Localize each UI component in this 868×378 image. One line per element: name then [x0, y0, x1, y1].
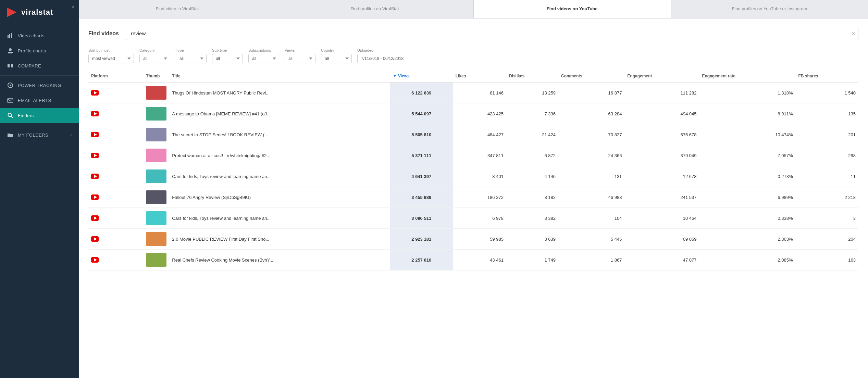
views-cell: 3 096 511: [390, 208, 453, 229]
subscriptions-label: Subscriptions: [248, 48, 279, 52]
sidebar-item-compare-label: COMPARE: [18, 63, 41, 68]
engagement-cell: 10 464: [624, 208, 699, 229]
title-cell: 2.0 Movie PUBLIC REVIEW First Day First …: [169, 229, 390, 250]
video-title: Cars for kids, Toys review and learning …: [172, 216, 387, 221]
table-row: The secret to STOP Series!!! BOOK REVIEW…: [88, 124, 858, 145]
type-select[interactable]: all: [176, 54, 207, 63]
engagement-cell: 494 045: [624, 103, 699, 124]
thumbnail: [146, 128, 166, 141]
tab-find-profiles-viralstat[interactable]: Find profiles on ViralStat: [276, 0, 473, 18]
sidebar-item-email-alerts-label: EMAIL ALERTS: [18, 98, 51, 103]
svg-rect-1: [8, 35, 9, 38]
category-filter: Category all: [139, 48, 170, 63]
platform-cell: [88, 166, 143, 187]
sort-by-filter: Sort by most most viewed most liked most…: [88, 48, 134, 63]
sidebar-item-video-charts[interactable]: Video charts: [0, 28, 79, 43]
engagement-rate-cell: 1.818%: [699, 82, 796, 103]
svg-line-12: [11, 116, 13, 118]
youtube-icon: [91, 257, 99, 263]
svg-rect-6: [8, 64, 10, 67]
likes-cell: 186 372: [453, 187, 506, 208]
engagement-rate-cell: 2.085%: [699, 250, 796, 270]
thumbnail: [146, 107, 166, 121]
subscriptions-select[interactable]: all: [248, 54, 279, 63]
engagement-cell: 241 537: [624, 187, 699, 208]
views-cell: 5 544 097: [390, 103, 453, 124]
thumbnail: [146, 253, 166, 267]
table-row: Cars for kids, Toys review and learning …: [88, 208, 858, 229]
thumb-cell: [143, 166, 169, 187]
video-title: Cars for kids, Toys review and learning …: [172, 174, 387, 179]
search-clear-button[interactable]: ×: [852, 30, 855, 37]
fb-shares-cell: 2 218: [795, 187, 858, 208]
subtype-select[interactable]: all: [212, 54, 243, 63]
comments-cell: 16 877: [558, 82, 624, 103]
svg-rect-7: [11, 64, 13, 67]
date-range-picker[interactable]: 7/11/2018 - 06/12/2018: [357, 54, 407, 63]
email-icon: [7, 97, 14, 104]
sidebar-item-video-charts-label: Video charts: [18, 33, 45, 38]
dislikes-cell: 7 336: [506, 103, 558, 124]
comments-cell: 131: [558, 166, 624, 187]
tab-find-video-viralstat[interactable]: Find video in ViralStat: [79, 0, 276, 18]
thumb-cell: [143, 103, 169, 124]
thumb-cell: [143, 229, 169, 250]
tab-find-profiles-youtube[interactable]: Find profiles on YouTube or Instagram: [671, 0, 868, 18]
video-title: Thugs Of Hindostan MOST ANGRY Public Rev…: [172, 90, 387, 96]
search-input[interactable]: [126, 27, 858, 40]
thumbnail: [146, 190, 166, 204]
close-sidebar-button[interactable]: ×: [72, 4, 75, 10]
play-icon: [94, 133, 97, 136]
fb-shares-cell: 3: [795, 208, 858, 229]
sidebar-item-profile-charts[interactable]: Profile charts: [0, 43, 79, 58]
sort-by-select[interactable]: most viewed most liked most commented: [88, 54, 134, 63]
thumb-cell: [143, 250, 169, 270]
sidebar: viralstat × Video charts Profile charts …: [0, 0, 79, 378]
comments-cell: 70 827: [558, 124, 624, 145]
engagement-cell: 379 049: [624, 145, 699, 166]
video-title: Protect waman at all cost! - /r/whitekni…: [172, 153, 387, 158]
table-row: Real Chefs Review Cooking Movie Scenes (…: [88, 250, 858, 270]
title-cell: Thugs Of Hindostan MOST ANGRY Public Rev…: [169, 82, 390, 103]
views-cell: 4 641 397: [390, 166, 453, 187]
col-comments: Comments: [558, 70, 624, 82]
dislikes-cell: 13 259: [506, 82, 558, 103]
title-cell: Cars for kids, Toys review and learning …: [169, 208, 390, 229]
play-icon: [94, 175, 97, 178]
title-cell: Cars for kids, Toys review and learning …: [169, 166, 390, 187]
sidebar-item-email-alerts[interactable]: EMAIL ALERTS: [0, 93, 79, 108]
video-title: A message to Obama [MEME REVIEW] #41 (oJ…: [172, 111, 387, 116]
likes-cell: 43 461: [453, 250, 506, 270]
sidebar-item-my-folders[interactable]: MY FOLDERS ›: [0, 127, 79, 142]
filters-row: Sort by most most viewed most liked most…: [88, 48, 858, 63]
sidebar-item-power-tracking-label: POWER TRACKING: [18, 83, 61, 88]
nav-separator-1: [0, 75, 79, 76]
table-row: A message to Obama [MEME REVIEW] #41 (oJ…: [88, 103, 858, 124]
col-views[interactable]: ▼ Views: [390, 70, 453, 82]
tab-find-videos-youtube[interactable]: Find videos on YouTube: [474, 0, 671, 18]
sidebar-item-power-tracking[interactable]: POWER TRACKING: [0, 78, 79, 93]
category-select[interactable]: all: [139, 54, 170, 63]
sidebar-item-compare[interactable]: COMPARE: [0, 58, 79, 73]
likes-cell: 6 978: [453, 208, 506, 229]
country-select[interactable]: all: [321, 54, 352, 63]
play-icon: [94, 112, 97, 115]
play-icon: [94, 258, 97, 262]
engagement-rate-cell: 10.474%: [699, 124, 796, 145]
views-cell: 5 371 111: [390, 145, 453, 166]
sidebar-item-finders[interactable]: Finders: [0, 108, 79, 123]
tracking-icon: [7, 82, 14, 89]
table-row: Fallout 76 Angry Review (SjrDbSgB9IU) 3 …: [88, 187, 858, 208]
fb-shares-cell: 201: [795, 124, 858, 145]
country-filter: Country all: [321, 48, 352, 63]
views-select[interactable]: all: [285, 54, 315, 63]
thumbnail: [146, 149, 166, 162]
likes-cell: 423 425: [453, 103, 506, 124]
bar-chart-icon: [7, 32, 14, 39]
table-body: Thugs Of Hindostan MOST ANGRY Public Rev…: [88, 82, 858, 270]
uploaded-filter: Uploaded 7/11/2018 - 06/12/2018: [357, 48, 407, 63]
sidebar-nav: Video charts Profile charts COMPARE POWE…: [0, 25, 79, 378]
engagement-rate-cell: 6.989%: [699, 187, 796, 208]
views-cell: 6 122 639: [390, 82, 453, 103]
thumb-cell: [143, 208, 169, 229]
